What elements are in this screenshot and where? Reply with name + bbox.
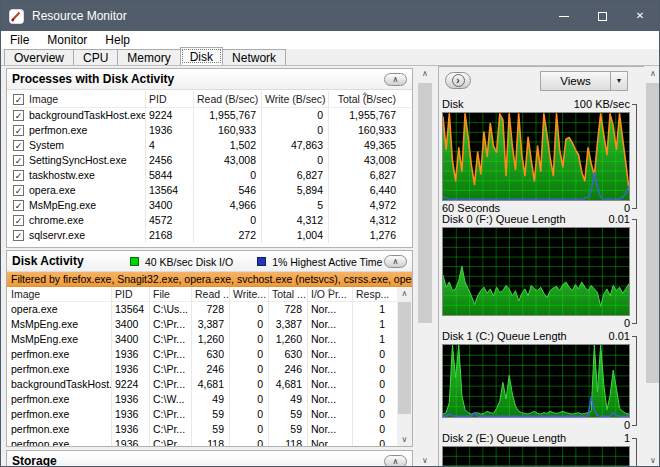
tab-memory[interactable]: Memory — [117, 49, 180, 65]
process-row[interactable]: ✓sqlservr.exe21682721,0041,276 — [8, 228, 411, 243]
process-row[interactable]: ✓opera.exe135645465,8946,440 — [8, 183, 411, 198]
graph-scale-bracket — [632, 438, 637, 467]
column-header-total[interactable]: Total ... — [268, 287, 307, 301]
disk-activity-panel: Disk Activity 40 KB/sec Disk I/O1% Highe… — [6, 250, 413, 447]
resp-cell: 1 — [352, 317, 390, 332]
column-header-pid[interactable]: PID — [111, 287, 149, 301]
minimize-button[interactable] — [545, 1, 583, 31]
file-activity-row[interactable]: perfmon.exe1936C:\W...49049Nor...0 — [8, 392, 397, 407]
graph-plot-disk-2-e-queue-length — [442, 446, 630, 467]
graph-label-row: Disk 1 (C:) Queue Length0.01 — [442, 330, 630, 343]
scroll-up-icon[interactable]: ∧ — [417, 67, 433, 81]
file-activity-row[interactable]: perfmon.exe1936C:\Pr...59059Nor...0 — [8, 422, 397, 437]
row-checkbox[interactable]: ✓ — [13, 200, 24, 211]
scroll-up-icon[interactable]: ∧ — [645, 67, 659, 81]
file-activity-row[interactable]: opera.exe13564C:\Us...7280728Nor...1 — [8, 302, 397, 317]
row-checkbox[interactable]: ✓ — [13, 170, 24, 181]
titlebar[interactable]: Resource Monitor ✕ — [1, 1, 659, 31]
process-row[interactable]: ✓perfmon.exe1936160,9330160,933 — [8, 123, 411, 138]
graphs-panel-scrollbar[interactable]: ∧ ∨ — [645, 66, 659, 467]
close-button[interactable]: ✕ — [621, 1, 659, 31]
collapse-storage-button[interactable]: ∧ — [384, 455, 407, 467]
row-checkbox[interactable]: ✓ — [13, 215, 24, 226]
scrollbar-thumb[interactable] — [646, 83, 659, 383]
file-activity-row[interactable]: perfmon.exe1936C:\Pr...1180118Nor...0 — [8, 437, 397, 447]
process-row[interactable]: ✓taskhostw.exe584406,8276,827 — [8, 168, 411, 183]
row-checkbox[interactable]: ✓ — [13, 230, 24, 241]
process-row[interactable]: ✓System41,50247,86349,365 — [8, 138, 411, 153]
scroll-up-icon[interactable]: ∧ — [397, 287, 412, 301]
menu-item-monitor[interactable]: Monitor — [38, 33, 96, 47]
file-activity-row[interactable]: perfmon.exe1936C:\Pr...6300630Nor...0 — [8, 347, 397, 362]
image-cell: opera.exe — [8, 302, 111, 317]
file-activity-row[interactable]: perfmon.exe1936C:\Pr...59059Nor...0 — [8, 407, 397, 422]
read-cell: 49 — [191, 392, 229, 407]
process-row[interactable]: ✓SettingSyncHost.exe245643,008043,008 — [8, 153, 411, 168]
column-header-image[interactable]: ✓Image — [8, 91, 145, 107]
row-checkbox[interactable]: ✓ — [13, 125, 24, 136]
tab-network[interactable]: Network — [222, 49, 286, 65]
column-header-write-b-sec[interactable]: Write (B/sec) — [261, 91, 328, 107]
image-cell: ✓backgroundTaskHost.exe — [8, 108, 145, 123]
column-header-total-b-sec[interactable]: Total (B/sec) — [328, 91, 401, 107]
total-cell: 59 — [268, 407, 307, 422]
file-activity-row[interactable]: backgroundTaskHost....9224C:\Pr...4,6810… — [8, 377, 397, 392]
image-name: chrome.exe — [29, 213, 84, 228]
scroll-down-icon[interactable]: ∨ — [645, 454, 659, 467]
image-cell: ✓MsMpEng.exe — [8, 198, 145, 213]
row-checkbox[interactable]: ✓ — [13, 155, 24, 166]
file-activity-row[interactable]: perfmon.exe1936C:\Pr...2460246Nor...0 — [8, 362, 397, 377]
file-cell: C:\Pr... — [149, 377, 191, 392]
scroll-down-icon[interactable]: ∨ — [397, 433, 412, 447]
image-cell: backgroundTaskHost.... — [8, 377, 111, 392]
row-checkbox[interactable]: ✓ — [13, 140, 24, 151]
process-row[interactable]: ✓backgroundTaskHost.exe92241,955,76701,9… — [8, 108, 411, 123]
column-header-image[interactable]: Image — [8, 287, 111, 301]
total-cell: 246 — [268, 362, 307, 377]
filter-status-bar: Filtered by firefox.exe, Snagit32.exe, o… — [7, 272, 412, 287]
process-row[interactable]: ✓chrome.exe457204,3124,312 — [8, 213, 411, 228]
collapse-processes-button[interactable]: ∧ — [384, 73, 407, 86]
read-cell: 546 — [193, 183, 261, 198]
pid-cell: 1936 — [111, 437, 149, 447]
image-cell: ✓taskhostw.exe — [8, 168, 145, 183]
expand-graphs-button[interactable]: › — [445, 72, 471, 89]
image-cell: ✓opera.exe — [8, 183, 145, 198]
column-header-read[interactable]: Read ... — [191, 287, 229, 301]
column-header-i-o-pr[interactable]: I/O Pr... — [307, 287, 352, 301]
column-header-resp[interactable]: Resp... — [352, 287, 390, 301]
process-row[interactable]: ✓MsMpEng.exe34004,96654,972 — [8, 198, 411, 213]
file-activity-row[interactable]: MsMpEng.exe3400C:\Pr...1,26001,260Nor...… — [8, 332, 397, 347]
views-dropdown-icon[interactable]: ▼ — [610, 72, 627, 90]
tab-disk[interactable]: Disk — [180, 47, 223, 65]
scrollbar-thumb[interactable] — [398, 302, 411, 414]
scroll-down-icon[interactable]: ∨ — [417, 454, 433, 467]
iopr-cell: Nor... — [307, 317, 352, 332]
collapse-disk-activity-button[interactable]: ∧ — [384, 255, 407, 268]
tab-cpu[interactable]: CPU — [73, 49, 118, 65]
column-header-read-b-sec[interactable]: Read (B/sec) — [193, 91, 261, 107]
views-button[interactable]: Views ▼ — [540, 71, 628, 91]
iopr-cell: Nor... — [307, 332, 352, 347]
image-cell: perfmon.exe — [8, 347, 111, 362]
file-cell: C:\Pr... — [149, 437, 191, 447]
scrollbar-thumb[interactable] — [418, 83, 432, 323]
menu-item-file[interactable]: File — [1, 33, 38, 47]
disk-activity-table-scrollbar[interactable]: ∧ ∨ — [397, 287, 412, 447]
row-checkbox[interactable]: ✓ — [13, 185, 24, 196]
total-cell: 4,681 — [268, 377, 307, 392]
tab-overview[interactable]: Overview — [4, 49, 74, 65]
select-all-checkbox[interactable]: ✓ — [13, 94, 24, 105]
write-cell: 6,827 — [261, 168, 328, 183]
menu-item-help[interactable]: Help — [96, 33, 139, 47]
graph-label-row: Disk 2 (E:) Queue Length1 — [442, 432, 630, 445]
column-header-write[interactable]: Write... — [229, 287, 268, 301]
row-checkbox[interactable]: ✓ — [13, 110, 24, 121]
file-activity-row[interactable]: MsMpEng.exe3400C:\Pr...3,38703,387Nor...… — [8, 317, 397, 332]
maximize-button[interactable] — [583, 1, 621, 31]
total-cell: 630 — [268, 347, 307, 362]
column-header-pid[interactable]: PID — [145, 91, 193, 107]
column-header-file[interactable]: File — [149, 287, 191, 301]
sort-indicator-icon — [362, 92, 368, 95]
left-column-scrollbar[interactable]: ∧ ∨ — [417, 67, 433, 467]
